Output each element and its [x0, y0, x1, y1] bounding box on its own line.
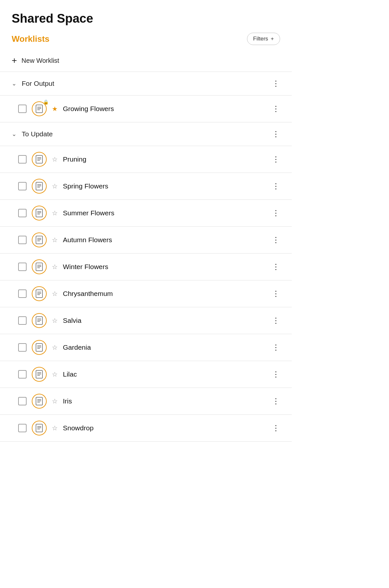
star-icon-spring-flowers[interactable]: ☆ — [52, 182, 58, 190]
new-worklist-row[interactable]: + New Worklist — [0, 50, 292, 72]
new-worklist-label: New Worklist — [21, 57, 59, 64]
item-left: ☆ Snowdrop — [18, 421, 94, 435]
svg-rect-28 — [36, 317, 42, 324]
item-more-icon-autumn-flowers[interactable]: ⋮ — [272, 235, 280, 244]
item-more-icon-lilac[interactable]: ⋮ — [272, 370, 280, 379]
item-more-icon-growing-flowers[interactable]: ⋮ — [272, 104, 280, 113]
item-name-snowdrop: Snowdrop — [63, 424, 94, 432]
star-icon-growing-flowers[interactable]: ★ — [52, 105, 58, 113]
star-icon-snowdrop[interactable]: ☆ — [52, 424, 58, 432]
group-row-for-output[interactable]: ⌄ For Output ⋮ — [0, 72, 292, 96]
item-right: ⋮ — [272, 370, 280, 379]
item-left: ☆ Gardenia — [18, 340, 91, 355]
item-row-iris: ☆ Iris ⋮ — [0, 388, 292, 415]
item-more-icon-snowdrop[interactable]: ⋮ — [272, 424, 280, 433]
svg-rect-0 — [36, 105, 42, 113]
item-name-iris: Iris — [63, 397, 72, 405]
item-more-icon-iris[interactable]: ⋮ — [272, 397, 280, 406]
svg-rect-36 — [36, 370, 42, 378]
app-header: Shared Space — [0, 0, 292, 31]
item-checkbox-spring-flowers[interactable] — [18, 182, 27, 190]
item-left: ☆ Iris — [18, 394, 72, 409]
item-row-autumn-flowers: ☆ Autumn Flowers ⋮ — [0, 227, 292, 254]
item-checkbox-lilac[interactable] — [18, 370, 27, 379]
doc-icon — [36, 105, 43, 113]
doc-icon — [36, 182, 43, 190]
item-right: ⋮ — [272, 316, 280, 325]
item-right: ⋮ — [272, 424, 280, 433]
svg-rect-16 — [36, 236, 42, 244]
svg-rect-44 — [36, 424, 42, 432]
star-icon-chrysanthemum[interactable]: ☆ — [52, 290, 58, 298]
item-row-winter-flowers: ☆ Winter Flowers ⋮ — [0, 254, 292, 280]
item-checkbox-growing-flowers[interactable] — [18, 105, 27, 113]
star-icon-gardenia[interactable]: ☆ — [52, 344, 58, 351]
chevron-down-icon: ⌄ — [12, 80, 17, 87]
worklists-section-header: Worklists Filters + — [0, 31, 292, 50]
item-right: ⋮ — [272, 262, 280, 271]
item-checkbox-autumn-flowers[interactable] — [18, 236, 27, 244]
star-icon-iris[interactable]: ☆ — [52, 397, 58, 405]
item-checkbox-iris[interactable] — [18, 397, 27, 405]
item-more-icon-spring-flowers[interactable]: ⋮ — [272, 182, 280, 191]
item-left: ☆ Pruning — [18, 152, 86, 167]
item-more-icon-salvia[interactable]: ⋮ — [272, 316, 280, 325]
worklists-label: Worklists — [12, 34, 50, 44]
item-row-gardenia: ☆ Gardenia ⋮ — [0, 334, 292, 361]
item-name-chrysanthemum: Chrysanthemum — [63, 290, 113, 298]
item-icon-circle-spring-flowers — [32, 179, 47, 194]
item-row-salvia: ☆ Salvia ⋮ — [0, 307, 292, 334]
item-more-icon-chrysanthemum[interactable]: ⋮ — [272, 289, 280, 298]
item-right: ⋮ — [272, 235, 280, 244]
item-checkbox-winter-flowers[interactable] — [18, 263, 27, 271]
item-left: ☆ Salvia — [18, 313, 81, 328]
star-icon-pruning[interactable]: ☆ — [52, 155, 58, 163]
item-row-snowdrop: ☆ Snowdrop ⋮ — [0, 415, 292, 442]
item-more-icon-gardenia[interactable]: ⋮ — [272, 343, 280, 352]
item-row-growing-flowers: ★ Growing Flowers ⋮ — [0, 96, 292, 122]
item-left: ☆ Lilac — [18, 367, 77, 382]
item-checkbox-snowdrop[interactable] — [18, 424, 27, 432]
item-name-salvia: Salvia — [63, 317, 81, 324]
doc-icon — [36, 370, 43, 379]
chevron-down-icon: ⌄ — [12, 130, 17, 138]
item-checkbox-summer-flowers[interactable] — [18, 209, 27, 217]
item-row-lilac: ☆ Lilac ⋮ — [0, 361, 292, 388]
item-right: ⋮ — [272, 343, 280, 352]
item-more-icon-winter-flowers[interactable]: ⋮ — [272, 262, 280, 271]
svg-rect-40 — [36, 397, 42, 405]
item-row-pruning: ☆ Pruning ⋮ — [0, 146, 292, 173]
item-name-growing-flowers: Growing Flowers — [63, 105, 114, 113]
item-right: ⋮ — [272, 182, 280, 191]
app-title: Shared Space — [12, 12, 280, 26]
star-icon-salvia[interactable]: ☆ — [52, 317, 58, 324]
item-checkbox-pruning[interactable] — [18, 155, 27, 164]
svg-rect-4 — [36, 155, 42, 163]
item-checkbox-gardenia[interactable] — [18, 343, 27, 352]
doc-icon — [36, 397, 43, 405]
svg-rect-32 — [36, 344, 42, 351]
item-checkbox-salvia[interactable] — [18, 316, 27, 325]
item-more-icon-pruning[interactable]: ⋮ — [272, 155, 280, 164]
groups-container: ⌄ For Output ⋮ ★ Growing Flowers — [0, 72, 292, 442]
star-icon-summer-flowers[interactable]: ☆ — [52, 209, 58, 217]
item-left: ☆ Summer Flowers — [18, 206, 114, 220]
group-row-to-update[interactable]: ⌄ To Update ⋮ — [0, 122, 292, 146]
item-icon-circle-gardenia — [32, 340, 47, 355]
group-more-icon[interactable]: ⋮ — [272, 79, 280, 88]
filters-button[interactable]: Filters + — [247, 33, 280, 45]
item-icon-circle-iris — [32, 394, 47, 409]
star-icon-lilac[interactable]: ☆ — [52, 370, 58, 378]
doc-icon — [36, 155, 43, 164]
group-more-icon[interactable]: ⋮ — [272, 130, 280, 139]
doc-icon — [36, 343, 43, 352]
item-right: ⋮ — [272, 289, 280, 298]
doc-icon — [36, 289, 43, 298]
star-icon-autumn-flowers[interactable]: ☆ — [52, 236, 58, 244]
new-worklist-plus-icon: + — [12, 55, 17, 66]
item-checkbox-chrysanthemum[interactable] — [18, 289, 27, 298]
star-icon-winter-flowers[interactable]: ☆ — [52, 263, 58, 271]
item-left: ☆ Winter Flowers — [18, 259, 108, 274]
item-icon-circle-autumn-flowers — [32, 232, 47, 247]
item-more-icon-summer-flowers[interactable]: ⋮ — [272, 209, 280, 218]
